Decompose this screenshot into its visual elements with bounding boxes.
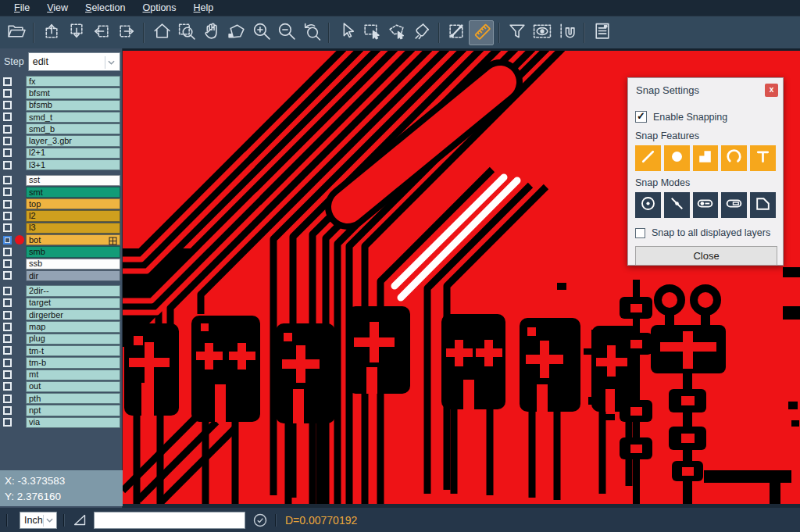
snap-mode-slot-center-button[interactable] [693,192,719,218]
snap-magnet-button[interactable] [554,20,579,45]
layer-name[interactable]: bfsmb [26,100,120,111]
layer-name[interactable]: smd_b [26,123,120,134]
dialog-titlebar[interactable]: Snap Settings x [628,78,783,102]
unit-select[interactable]: Inch [20,512,57,529]
clean-brush-button[interactable] [409,20,434,45]
layer-row-sst[interactable]: sst [0,175,122,187]
layer-name[interactable]: l3+1 [26,159,120,170]
zoom-object-button[interactable] [223,20,248,45]
snap-mode-corner-button[interactable] [750,192,776,218]
angle-measure-icon[interactable] [72,512,89,529]
close-icon[interactable]: x [765,84,778,97]
layer-name[interactable]: bfsmt [26,87,120,98]
layer-row-target[interactable]: target [0,298,122,309]
layer-name[interactable]: out [26,381,120,392]
layer-visibility-checkbox[interactable] [3,287,12,295]
layer-row-dir[interactable]: dir [0,270,122,282]
layer-visibility-checkbox[interactable] [3,223,12,232]
enable-snapping-checkbox[interactable] [635,111,647,123]
layer-row-smd_b[interactable]: smd_b [0,123,122,135]
layer-name[interactable]: l2 [26,210,120,221]
layer-visibility-checkbox[interactable] [3,395,12,403]
select-polygon-button[interactable] [384,20,409,45]
layer-name[interactable]: smd_t [26,112,120,123]
layer-row-smt[interactable]: smt [0,187,122,198]
layer-row-tm-t[interactable]: tm-t [0,345,122,357]
close-button[interactable]: Close [635,246,777,266]
snap-feature-surface-button[interactable] [693,145,719,171]
zoom-window-button[interactable] [173,20,198,45]
layer-row-2dir--[interactable]: 2dir-- [0,285,122,297]
layer-row-pth[interactable]: pth [0,393,122,405]
menu-selection[interactable]: Selection [77,1,133,15]
layer-name[interactable]: 2dir-- [26,285,120,296]
layer-visibility-checkbox[interactable] [3,125,12,134]
layer-visibility-checkbox[interactable] [3,137,12,145]
select-arrow-button[interactable] [334,20,359,45]
layer-row-layer_3.gbr[interactable]: layer_3.gbr [0,135,122,147]
step-select[interactable]: edit [28,52,120,71]
ruler-button[interactable] [469,20,494,45]
layer-name[interactable]: bot [26,234,120,245]
layer-visibility-checkbox[interactable] [3,161,12,170]
layer-visibility-checkbox[interactable] [3,112,12,121]
snap-mode-slot-outline-button[interactable] [721,192,747,218]
layer-row-fx[interactable]: fx [0,76,122,87]
layer-row-l2+1[interactable]: l2+1 [0,148,122,159]
select-rect-button[interactable] [359,20,384,45]
zoom-in-button[interactable] [248,20,273,45]
layer-visibility-checkbox[interactable] [3,298,12,307]
layer-name[interactable]: top [26,198,120,209]
home-button[interactable] [148,20,173,45]
open-folder-button[interactable] [3,20,28,45]
layer-row-bfsmb[interactable]: bfsmb [0,100,122,112]
layer-row-mt[interactable]: mt [0,370,122,381]
apply-check-icon[interactable] [252,512,269,529]
menu-help[interactable]: Help [186,1,222,15]
layer-name[interactable]: tm-t [26,345,120,356]
layer-visibility-checkbox[interactable] [3,248,12,256]
layer-row-ssb[interactable]: ssb [0,259,122,270]
layer-row-l3[interactable]: l3 [0,223,122,234]
layer-name[interactable]: sst [26,175,120,186]
layer-visibility-checkbox[interactable] [3,200,12,209]
layer-row-l2[interactable]: l2 [0,210,122,222]
layer-row-npt[interactable]: npt [0,405,122,416]
layer-row-via[interactable]: via [0,417,122,429]
zoom-out-button[interactable] [273,20,298,45]
layer-name[interactable]: l3 [26,223,120,234]
layer-visibility-checkbox[interactable] [3,176,12,184]
layer-name[interactable]: via [26,417,120,428]
pan-right-button[interactable] [113,20,138,45]
layer-row-map[interactable]: map [0,321,122,333]
layer-name[interactable]: smb [26,246,120,257]
layer-visibility-checkbox[interactable] [3,418,12,427]
layer-name[interactable]: map [26,321,120,332]
layer-name[interactable]: dir [26,270,120,281]
layer-row-bot[interactable]: bot [0,234,122,246]
snap-feature-pad-button[interactable] [664,145,690,171]
layer-visibility-checkbox[interactable] [3,77,12,86]
layer-name[interactable]: pth [26,393,120,404]
layer-row-plug[interactable]: plug [0,334,122,345]
layer-name[interactable]: l2+1 [26,148,120,159]
layer-name[interactable]: tm-b [26,357,120,368]
pan-hand-button[interactable] [198,20,223,45]
layer-name[interactable]: plug [26,334,120,345]
snap-mode-midpoint-button[interactable] [664,192,690,218]
layer-visibility-checkbox[interactable] [3,271,12,280]
layer-visibility-checkbox[interactable] [3,259,12,268]
snap-feature-text-button[interactable] [750,145,776,171]
layer-visibility-checkbox[interactable] [3,346,12,355]
layer-name[interactable]: npt [26,405,120,416]
snap-mode-center-button[interactable] [635,192,661,218]
layer-name[interactable]: target [26,298,120,309]
layer-visibility-checkbox[interactable] [3,236,12,245]
pan-down-button[interactable] [63,20,88,45]
layer-name[interactable]: layer_3.gbr [26,135,120,146]
layer-visibility-checkbox[interactable] [3,148,12,157]
layer-row-bfsmt[interactable]: bfsmt [0,87,122,99]
layer-name[interactable]: smt [26,187,120,198]
layer-name[interactable]: ssb [26,259,120,270]
layer-visibility-checkbox[interactable] [3,334,12,343]
